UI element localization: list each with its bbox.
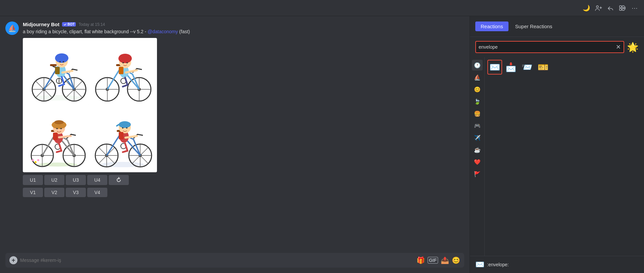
category-sidebar: 🕐 ⛵ 😊 🍃 🍔 🎮 ✈️ ☕ ❤️ 🚩 bbox=[470, 57, 485, 256]
svg-rect-63 bbox=[53, 133, 58, 140]
emoji-preview: ✉️ bbox=[475, 260, 484, 269]
top-bar: 🌙 ⋯ bbox=[0, 0, 644, 16]
svg-point-87 bbox=[126, 127, 127, 129]
u2-button[interactable]: U2 bbox=[44, 175, 64, 185]
search-clear-button[interactable]: ✕ bbox=[616, 43, 621, 51]
message-text: a boy riding a bicycle, clipart, flat wh… bbox=[23, 29, 464, 35]
svg-point-26 bbox=[63, 61, 64, 62]
tab-reactions[interactable]: Reactions bbox=[475, 21, 508, 31]
svg-point-6 bbox=[34, 95, 81, 100]
friends-icon[interactable] bbox=[619, 4, 627, 12]
svg-point-42 bbox=[122, 62, 124, 63]
more-icon[interactable]: ⋯ bbox=[631, 4, 639, 12]
username: Midjourney Bot bbox=[23, 21, 59, 27]
input-right-icons: 🎁 GIF 📤 😊 bbox=[417, 256, 460, 264]
category-recent[interactable]: 🕐 bbox=[472, 60, 483, 71]
category-custom[interactable]: ⛵ bbox=[472, 72, 483, 83]
v1-button[interactable]: V1 bbox=[23, 188, 43, 197]
bot-badge: BOT bbox=[62, 22, 76, 27]
svg-rect-19 bbox=[50, 64, 57, 66]
image-cell-4 bbox=[91, 106, 154, 170]
messages-container: ⛵ Midjourney Bot BOT Today at 15:14 bbox=[0, 16, 470, 253]
svg-point-64 bbox=[35, 161, 37, 163]
upload-icon[interactable]: 📤 bbox=[441, 256, 449, 264]
u1-button[interactable]: U1 bbox=[23, 175, 43, 185]
svg-point-25 bbox=[59, 61, 61, 62]
refresh-button[interactable] bbox=[109, 175, 129, 185]
message-input-wrapper: + 🎁 GIF 📤 😊 bbox=[5, 253, 464, 268]
reactions-panel: Reactions Super Reactions ✕ 🌟 🕐 ⛵ 😊 🍃 🍔 … bbox=[470, 16, 644, 273]
category-symbols[interactable]: ❤️ bbox=[472, 156, 483, 167]
category-people[interactable]: 😊 bbox=[472, 84, 483, 95]
emoji-grid-area: 🕐 ⛵ 😊 🍃 🍔 🎮 ✈️ ☕ ❤️ 🚩 ✉️ 📩 📨 🎫 bbox=[470, 57, 644, 256]
message-input[interactable] bbox=[20, 258, 414, 263]
category-nature[interactable]: 🍃 bbox=[472, 96, 483, 107]
emoji-ticket[interactable]: 🎫 bbox=[536, 60, 550, 75]
svg-point-85 bbox=[119, 121, 131, 128]
emoji-envelope-arrow[interactable]: 📩 bbox=[503, 60, 518, 75]
reactions-search-row: ✕ 🌟 bbox=[470, 37, 644, 57]
action-buttons: U1 U2 U3 U4 V1 bbox=[23, 175, 157, 197]
svg-point-24 bbox=[55, 53, 68, 63]
svg-point-86 bbox=[122, 127, 123, 129]
svg-rect-2 bbox=[620, 8, 622, 10]
message-header: Midjourney Bot BOT Today at 15:14 bbox=[23, 21, 464, 27]
message-timestamp: Today at 15:14 bbox=[78, 22, 105, 27]
v3-button[interactable]: V3 bbox=[66, 188, 86, 197]
svg-rect-44 bbox=[119, 67, 123, 74]
message-input-area: + 🎁 GIF 📤 😊 bbox=[0, 253, 470, 273]
svg-point-60 bbox=[54, 120, 64, 124]
emoji-row-1: ✉️ 📩 📨 🎫 bbox=[487, 60, 641, 75]
image-cell-2 bbox=[91, 41, 154, 104]
u4-button[interactable]: U4 bbox=[87, 175, 107, 185]
svg-rect-3 bbox=[622, 6, 624, 8]
emoji-results: ✉️ 📩 📨 🎫 bbox=[485, 57, 644, 256]
v4-button[interactable]: V4 bbox=[87, 188, 107, 197]
add-friend-icon[interactable] bbox=[594, 4, 602, 12]
gift-icon[interactable]: 🎁 bbox=[417, 256, 425, 264]
u3-button[interactable]: U3 bbox=[66, 175, 86, 185]
svg-point-0 bbox=[596, 6, 598, 8]
emoji-envelope[interactable]: ✉️ bbox=[487, 60, 502, 75]
v2-button[interactable]: V2 bbox=[44, 188, 64, 197]
search-box: ✕ bbox=[475, 41, 624, 53]
svg-point-65 bbox=[32, 159, 34, 161]
emoji-name-bar: ✉️ :envelope: bbox=[470, 256, 644, 273]
tab-super-reactions[interactable]: Super Reactions bbox=[510, 21, 558, 31]
reactions-header: Reactions Super Reactions bbox=[470, 16, 644, 37]
svg-point-62 bbox=[60, 128, 62, 129]
category-food[interactable]: 🍔 bbox=[472, 108, 483, 119]
main-content: ⛵ Midjourney Bot BOT Today at 15:14 bbox=[0, 16, 644, 273]
moon-icon[interactable]: 🌙 bbox=[582, 4, 590, 12]
image-grid-container bbox=[23, 38, 157, 172]
image-grid bbox=[25, 41, 154, 170]
image-cell-1 bbox=[25, 41, 89, 104]
category-objects[interactable]: ☕ bbox=[472, 144, 483, 155]
emoji-incoming-envelope[interactable]: 📨 bbox=[520, 60, 534, 75]
svg-rect-88 bbox=[119, 132, 123, 139]
chat-area: ⛵ Midjourney Bot BOT Today at 15:14 bbox=[0, 16, 470, 273]
category-flags[interactable]: 🚩 bbox=[472, 169, 483, 179]
image-cell-3 bbox=[25, 106, 89, 170]
svg-point-43 bbox=[126, 62, 128, 63]
category-activity[interactable]: 🎮 bbox=[472, 120, 483, 131]
message-content: Midjourney Bot BOT Today at 15:14 a boy … bbox=[23, 21, 464, 197]
reply-icon[interactable] bbox=[606, 4, 614, 12]
emoji-icon[interactable]: 😊 bbox=[452, 256, 460, 264]
add-attachment-button[interactable]: + bbox=[9, 256, 17, 264]
sun-emoji-button[interactable]: 🌟 bbox=[627, 42, 639, 53]
svg-rect-4 bbox=[622, 8, 624, 10]
message-row: ⛵ Midjourney Bot BOT Today at 15:14 bbox=[5, 21, 464, 197]
reactions-tabs: Reactions Super Reactions bbox=[475, 21, 558, 31]
gif-icon[interactable]: GIF bbox=[428, 257, 438, 264]
svg-point-66 bbox=[37, 159, 39, 161]
emoji-search-input[interactable] bbox=[479, 44, 616, 50]
avatar: ⛵ bbox=[5, 21, 19, 35]
svg-point-61 bbox=[56, 128, 58, 129]
svg-point-41 bbox=[118, 54, 132, 63]
svg-rect-27 bbox=[55, 67, 60, 74]
category-travel[interactable]: ✈️ bbox=[472, 132, 483, 143]
mention: @dataconomy bbox=[148, 29, 178, 34]
svg-rect-1 bbox=[620, 6, 622, 8]
emoji-name-text: :envelope: bbox=[487, 262, 509, 267]
